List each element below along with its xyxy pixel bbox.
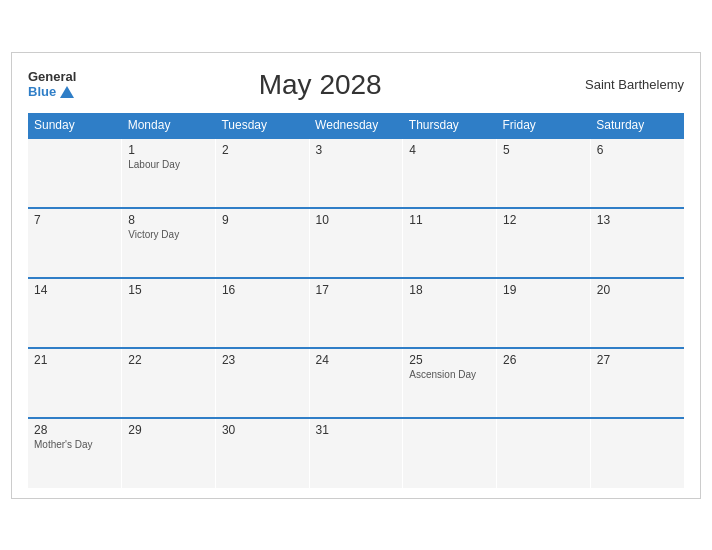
logo: General Blue — [28, 70, 76, 99]
calendar-week-row: 14151617181920 — [28, 278, 684, 348]
day-number: 13 — [597, 213, 678, 227]
logo-triangle-icon — [60, 86, 74, 98]
day-number: 16 — [222, 283, 303, 297]
day-number: 19 — [503, 283, 584, 297]
day-number: 27 — [597, 353, 678, 367]
calendar-day-cell: 18 — [403, 278, 497, 348]
calendar-container: General Blue May 2028 Saint Barthelemy S… — [11, 52, 701, 499]
calendar-day-cell: 29 — [122, 418, 216, 488]
calendar-day-cell: 9 — [215, 208, 309, 278]
day-event-label: Victory Day — [128, 229, 209, 240]
calendar-day-cell — [28, 138, 122, 208]
day-number: 11 — [409, 213, 490, 227]
calendar-day-cell: 17 — [309, 278, 403, 348]
day-number: 26 — [503, 353, 584, 367]
day-number: 28 — [34, 423, 115, 437]
day-number: 31 — [316, 423, 397, 437]
day-number: 5 — [503, 143, 584, 157]
day-number: 8 — [128, 213, 209, 227]
calendar-day-cell: 26 — [497, 348, 591, 418]
weekday-header-cell: Thursday — [403, 113, 497, 138]
calendar-day-cell: 24 — [309, 348, 403, 418]
day-number: 14 — [34, 283, 115, 297]
calendar-day-cell: 4 — [403, 138, 497, 208]
calendar-day-cell — [590, 418, 684, 488]
calendar-day-cell: 23 — [215, 348, 309, 418]
calendar-day-cell: 20 — [590, 278, 684, 348]
calendar-day-cell: 21 — [28, 348, 122, 418]
calendar-day-cell: 27 — [590, 348, 684, 418]
calendar-day-cell: 13 — [590, 208, 684, 278]
day-event-label: Mother's Day — [34, 439, 115, 450]
day-number: 10 — [316, 213, 397, 227]
weekday-header-cell: Sunday — [28, 113, 122, 138]
month-title: May 2028 — [76, 69, 564, 101]
calendar-day-cell: 3 — [309, 138, 403, 208]
day-number: 15 — [128, 283, 209, 297]
day-number: 17 — [316, 283, 397, 297]
day-number: 24 — [316, 353, 397, 367]
day-event-label: Labour Day — [128, 159, 209, 170]
calendar-day-cell: 16 — [215, 278, 309, 348]
calendar-day-cell: 19 — [497, 278, 591, 348]
calendar-day-cell — [403, 418, 497, 488]
calendar-day-cell: 2 — [215, 138, 309, 208]
day-event-label: Ascension Day — [409, 369, 490, 380]
calendar-week-row: 1Labour Day23456 — [28, 138, 684, 208]
day-number: 3 — [316, 143, 397, 157]
day-number: 25 — [409, 353, 490, 367]
day-number: 18 — [409, 283, 490, 297]
day-number: 29 — [128, 423, 209, 437]
day-number: 4 — [409, 143, 490, 157]
calendar-day-cell: 8Victory Day — [122, 208, 216, 278]
calendar-week-row: 78Victory Day910111213 — [28, 208, 684, 278]
day-number: 1 — [128, 143, 209, 157]
calendar-day-cell: 28Mother's Day — [28, 418, 122, 488]
day-number: 12 — [503, 213, 584, 227]
day-number: 6 — [597, 143, 678, 157]
logo-general-text: General — [28, 70, 76, 84]
calendar-header: General Blue May 2028 Saint Barthelemy — [28, 69, 684, 101]
weekday-header-cell: Friday — [497, 113, 591, 138]
calendar-day-cell: 15 — [122, 278, 216, 348]
weekday-header-cell: Tuesday — [215, 113, 309, 138]
calendar-week-row: 2122232425Ascension Day2627 — [28, 348, 684, 418]
day-number: 7 — [34, 213, 115, 227]
day-number: 22 — [128, 353, 209, 367]
calendar-day-cell: 14 — [28, 278, 122, 348]
calendar-day-cell: 5 — [497, 138, 591, 208]
region-label: Saint Barthelemy — [564, 77, 684, 92]
logo-blue-text: Blue — [28, 85, 76, 99]
weekday-header-cell: Saturday — [590, 113, 684, 138]
day-number: 21 — [34, 353, 115, 367]
calendar-day-cell — [497, 418, 591, 488]
weekday-header-row: SundayMondayTuesdayWednesdayThursdayFrid… — [28, 113, 684, 138]
calendar-day-cell: 10 — [309, 208, 403, 278]
day-number: 2 — [222, 143, 303, 157]
day-number: 9 — [222, 213, 303, 227]
calendar-body: 1Labour Day2345678Victory Day91011121314… — [28, 138, 684, 488]
calendar-day-cell: 7 — [28, 208, 122, 278]
calendar-day-cell: 6 — [590, 138, 684, 208]
day-number: 30 — [222, 423, 303, 437]
calendar-table: SundayMondayTuesdayWednesdayThursdayFrid… — [28, 113, 684, 488]
calendar-day-cell: 30 — [215, 418, 309, 488]
calendar-day-cell: 1Labour Day — [122, 138, 216, 208]
weekday-header-cell: Wednesday — [309, 113, 403, 138]
calendar-day-cell: 12 — [497, 208, 591, 278]
calendar-day-cell: 25Ascension Day — [403, 348, 497, 418]
day-number: 23 — [222, 353, 303, 367]
day-number: 20 — [597, 283, 678, 297]
calendar-day-cell: 22 — [122, 348, 216, 418]
weekday-header-cell: Monday — [122, 113, 216, 138]
calendar-day-cell: 31 — [309, 418, 403, 488]
calendar-week-row: 28Mother's Day293031 — [28, 418, 684, 488]
calendar-day-cell: 11 — [403, 208, 497, 278]
